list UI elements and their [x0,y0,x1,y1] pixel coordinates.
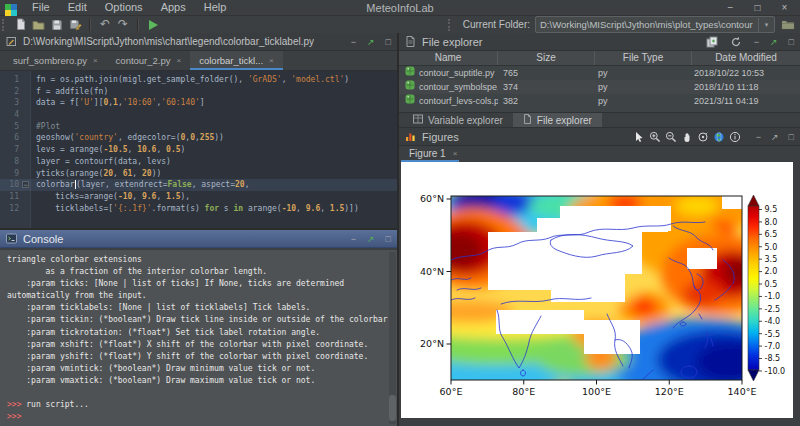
current-folder-combobox[interactable]: D:\Working\MIScript\Jython\mis\plot_type… [535,16,775,33]
python-file-icon [405,94,415,108]
chevron-down-icon[interactable]: ▾ [758,18,774,32]
tab-variable-explorer[interactable]: Variable explorer [403,113,513,127]
new-window-icon[interactable] [706,35,719,48]
fold-marker[interactable]: − [22,181,29,188]
console-panel-header: Console − ↗ □ [0,230,397,248]
python-file-icon [405,80,415,94]
run-script-button[interactable] [144,17,162,32]
figure-tab-label: Figure 1 [409,148,446,159]
save-as-button[interactable] [66,17,84,32]
tab-file-explorer[interactable]: File explorer [513,113,602,127]
close-icon[interactable]: × [453,149,458,158]
editor-tab[interactable]: surf_sombrero.py× [4,51,107,70]
editor-tab[interactable]: colorbar_tickl...× [190,51,283,70]
figures-float-button[interactable]: ↗ [771,132,779,142]
window-maximize-button[interactable]: □ [744,0,771,15]
svg-text:8.0: 8.0 [765,218,778,227]
identify-icon[interactable] [729,130,742,143]
menu-options[interactable]: Options [96,0,152,15]
tab-figure-1[interactable]: Figure 1 × [401,147,465,160]
code-line[interactable]: 2f = addfile(fn) [0,86,397,98]
file-table-header[interactable]: NameSizeFile TypeDate Modified [399,51,800,66]
current-folder-label: Current Folder: [463,19,530,30]
pointer-icon[interactable] [633,130,646,143]
code-line[interactable]: 4 [0,109,397,121]
new-script-button[interactable] [12,17,30,32]
file-explorer-maximize-button[interactable]: □ [789,37,794,47]
code-line[interactable]: 3data = f['U'][0,1,'10:60','60:140'] [0,97,397,109]
column-header-file-type[interactable]: File Type [595,51,692,65]
code-editor[interactable]: 1fn = os.path.join(migl.get_sample_folde… [0,71,397,228]
figures-minimize-button[interactable]: − [756,132,761,142]
editor-float-button[interactable]: ↗ [367,37,375,47]
toolbar-grip [448,19,453,31]
code-line[interactable]: 10−colorbar(layer, extendrect=False, asp… [0,179,397,191]
column-header-size[interactable]: Size [498,51,595,65]
line-number: 6 [0,132,19,144]
menu-edit[interactable]: Edit [59,0,96,15]
redo-button[interactable]: ↷ [114,17,132,32]
close-icon[interactable]: × [269,56,274,65]
editor-tab-label: surf_sombrero.py [13,55,87,66]
toolbar-separator [137,18,139,31]
browse-folder-button[interactable] [780,18,796,32]
code-line[interactable]: 1fn = os.path.join(migl.get_sample_folde… [0,74,397,86]
figures-maximize-button[interactable]: □ [789,132,794,142]
code-line[interactable]: 9yticks(arange(20, 61, 20)) [0,168,397,180]
file-explorer-float-button[interactable]: ↗ [770,37,778,47]
table-row[interactable]: contour_symbolspe...374py2018/1/10 11:18 [399,80,800,94]
tab-label: File explorer [537,115,592,126]
console-line: as a fraction of the interior colorbar l… [7,266,397,278]
code-line[interactable]: 7levs = arange(-10.5, 10.6, 0.5) [0,144,397,156]
line-number: 11 [0,191,19,203]
menu-apps[interactable]: Apps [152,0,195,15]
refresh-icon[interactable] [730,35,743,48]
editor-tab[interactable]: contour_2.py× [107,51,191,70]
code-line[interactable]: 5#Plot [0,121,397,133]
column-header-date-modified[interactable]: Date Modified [692,51,800,65]
code-line[interactable]: 6geoshow('country', edgecolor=(0,0,255)) [0,132,397,144]
undo-button[interactable]: ↶ [96,17,114,32]
pan-hand-icon[interactable] [681,130,694,143]
open-file-button[interactable] [30,17,48,32]
file-explorer-title: File explorer [422,36,483,48]
table-row[interactable]: contour_suptitle.py765py2018/10/22 10:53 [399,66,800,80]
close-icon[interactable]: × [177,56,182,65]
svg-text:0.5: 0.5 [765,280,778,289]
save-button[interactable] [48,17,66,32]
close-icon[interactable]: × [93,56,98,65]
console-maximize-button[interactable]: □ [386,234,391,244]
editor-minimize-button[interactable]: − [351,37,356,47]
zoom-in-icon[interactable] [649,130,662,143]
code-line[interactable]: 8layer = contourf(data, levs) [0,156,397,168]
figure-canvas[interactable]: 60°E80°E100°E120°E140°E 60°N40°N20°N 9.5… [401,162,793,418]
console-float-button[interactable]: ↗ [367,234,375,244]
window-close-button[interactable]: × [771,0,798,15]
globe-icon[interactable] [713,130,726,143]
console-scrollbar-thumb[interactable] [389,395,396,421]
column-header-name[interactable]: Name [399,51,498,65]
file-explorer-minimize-button[interactable]: − [754,37,759,47]
window-minimize-button[interactable]: − [717,0,744,15]
table-row[interactable]: contourf_levs-cols.py382py2021/3/11 04:1… [399,94,800,108]
console-output[interactable]: triangle colorbar extensions as a fracti… [0,250,397,426]
file-date-cell: 2018/1/10 11:18 [692,80,800,94]
svg-text:60°E: 60°E [440,386,463,397]
console-line [7,387,397,399]
svg-text:20°N: 20°N [420,338,444,349]
console-minimize-button[interactable]: − [351,234,356,244]
code-line[interactable]: 12 ticklabels=['{:.1f}'.format(s) for s … [0,203,397,215]
file-name-cell: contour_suptitle.py [399,66,498,80]
zoom-out-icon[interactable] [665,130,678,143]
line-number: 4 [0,109,19,121]
full-extent-icon[interactable] [697,130,710,143]
line-number: 5 [0,121,19,133]
menu-bar: FileEditOptionsAppsHelp MeteoInfoLab − □… [0,0,800,16]
code-line[interactable]: 11 ticks=arange(-10, 9.6, 1.5), [0,191,397,203]
menu-file[interactable]: File [23,0,59,15]
editor-maximize-button[interactable]: □ [386,37,391,47]
console-scrollbar[interactable] [389,252,396,424]
menu-help[interactable]: Help [195,0,236,15]
code-text: ticklabels=['{:.1f}'.format(s) for s in … [36,203,359,215]
menu-items: FileEditOptionsAppsHelp [23,0,235,15]
